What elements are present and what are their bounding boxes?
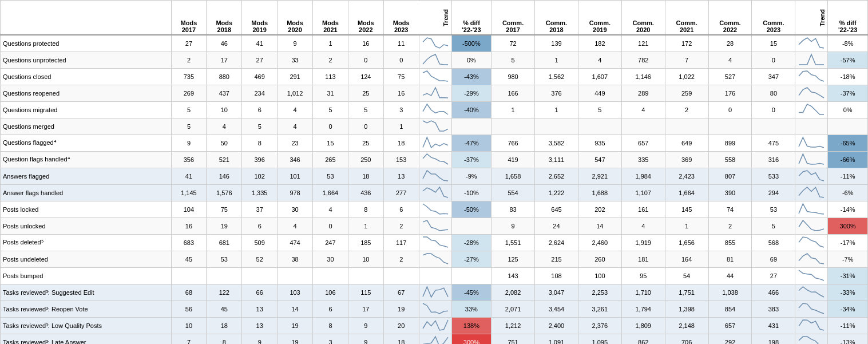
- mods-2020-cell: 23: [278, 135, 313, 151]
- comm-2023-cell: 294: [752, 184, 795, 201]
- comm-2018-cell: 645: [535, 201, 578, 218]
- mods-2021-cell: 247: [313, 234, 348, 251]
- mods-2021-cell: 1,664: [313, 184, 348, 201]
- comm-2018-cell: 108: [535, 267, 578, 284]
- pct1-cell: 300%: [451, 334, 491, 344]
- mods-2023-cell: 18: [383, 135, 419, 151]
- comm-2019-cell: 4: [578, 52, 621, 68]
- mods-2020-cell: [278, 267, 313, 284]
- mods-2023-cell: 1: [383, 118, 419, 135]
- mods-2021-cell: 1: [313, 35, 348, 52]
- mods-2021-cell: 2: [313, 52, 348, 68]
- trend2-header: Trend: [795, 1, 828, 35]
- comm-2021-cell: [665, 118, 708, 135]
- trend2-cell: [795, 135, 828, 151]
- pct2-cell: -65%: [828, 135, 868, 151]
- pct1-cell: -37%: [451, 151, 491, 168]
- comm-2023-cell: 431: [752, 317, 795, 334]
- mods-2021-cell: 53: [313, 168, 348, 184]
- comm-2019-cell: 1,095: [578, 334, 621, 344]
- action-cell: Questions closed: [1, 68, 172, 85]
- comm-2022-cell: 899: [708, 135, 752, 151]
- mods-2020-cell: 38: [278, 251, 313, 267]
- action-cell: Answers flagged: [1, 168, 172, 184]
- comm-2023-cell: 0: [752, 101, 795, 118]
- mods-2022-cell: 16: [348, 35, 383, 52]
- pct2-cell: -11%: [828, 317, 868, 334]
- action-cell: Tasks reviewed³: Late Answer: [1, 334, 172, 344]
- action-cell: Questions unprotected: [1, 52, 172, 68]
- mods-2018-cell: 1,576: [207, 184, 242, 201]
- pct1-cell: -43%: [451, 68, 491, 85]
- mods-2020-cell: 33: [278, 52, 313, 68]
- pct1-cell: 0%: [451, 52, 491, 68]
- comm-2018-cell: 1: [535, 52, 578, 68]
- comm-2022-cell: 4: [708, 52, 752, 68]
- pct2-cell: -57%: [828, 52, 868, 68]
- action-cell: Posts locked: [1, 201, 172, 218]
- mods-2022-cell: 1: [348, 218, 383, 234]
- comm-2022-cell: 807: [708, 168, 752, 184]
- header-row: Mods2017 Mods2018 Mods2019 Mods2020 Mods…: [1, 1, 868, 35]
- trend1-cell: [419, 135, 451, 151]
- comm-2017-cell: 1: [492, 101, 535, 118]
- mods-2021-cell: 0: [313, 118, 348, 135]
- comm-2022-cell: 176: [708, 85, 752, 101]
- comm-2020-cell: 95: [621, 267, 665, 284]
- comm-2022-cell: 28: [708, 35, 752, 52]
- trend2-cell: [795, 218, 828, 234]
- mods-2023-cell: 6: [383, 201, 419, 218]
- action-cell: Questions migrated: [1, 101, 172, 118]
- action-header: [1, 1, 172, 35]
- mods-2021-cell: 3: [313, 334, 348, 344]
- mods-2018-cell: 681: [207, 234, 242, 251]
- mods-2019-cell: 102: [242, 168, 278, 184]
- trend2-cell: [795, 201, 828, 218]
- mods-2017-cell: 10: [171, 317, 207, 334]
- comm-2023-cell: 475: [752, 135, 795, 151]
- comm-2018-cell: 2,652: [535, 168, 578, 184]
- comm-2020-cell: 121: [621, 35, 665, 52]
- comm-2020-cell: 161: [621, 201, 665, 218]
- comm-2017-cell: 5: [492, 52, 535, 68]
- mods-2019-cell: 5: [242, 118, 278, 135]
- mods-2020-cell: 1,012: [278, 85, 313, 101]
- mods-2023-cell: 75: [383, 68, 419, 85]
- comm-2022-cell: 74: [708, 201, 752, 218]
- trend2-cell: [795, 52, 828, 68]
- mods-2017-cell: 9: [171, 135, 207, 151]
- comm-2021-cell: 7: [665, 52, 708, 68]
- mods-2020-cell: 19: [278, 334, 313, 344]
- comm-2019-cell: 260: [578, 251, 621, 267]
- mods-2017-cell: 68: [171, 284, 207, 300]
- mods-2020-cell: 474: [278, 234, 313, 251]
- mods-2021-cell: [313, 267, 348, 284]
- mods-2020-cell: 4: [278, 118, 313, 135]
- comm-2023-header: Comm.2023: [752, 1, 795, 35]
- pct1-cell: -28%: [451, 234, 491, 251]
- mods-2019-cell: 9: [242, 334, 278, 344]
- trend1-cell: [419, 52, 451, 68]
- trend1-cell: [419, 85, 451, 101]
- mods-2018-cell: 18: [207, 317, 242, 334]
- pct1-cell: -9%: [451, 168, 491, 184]
- pct1-cell: [451, 118, 491, 135]
- comm-2023-cell: 533: [752, 168, 795, 184]
- comm-2020-cell: 1,107: [621, 184, 665, 201]
- trend2-cell: [795, 168, 828, 184]
- comm-2023-cell: 383: [752, 300, 795, 317]
- table-row: Tasks reviewed³: Late Answer789193918300…: [1, 334, 868, 344]
- comm-2023-cell: 316: [752, 151, 795, 168]
- trend2-cell: [795, 35, 828, 52]
- mods-2018-cell: 45: [207, 300, 242, 317]
- mods-2019-cell: 1,335: [242, 184, 278, 201]
- mods-2019-cell: 27: [242, 52, 278, 68]
- mods-2022-cell: 5: [348, 101, 383, 118]
- comm-2019-cell: 2,921: [578, 168, 621, 184]
- comm-2018-cell: 3,582: [535, 135, 578, 151]
- comm-2021-cell: 1,751: [665, 284, 708, 300]
- comm-2019-cell: 547: [578, 151, 621, 168]
- table-row: Questions unprotected21727332000%5147827…: [1, 52, 868, 68]
- mods-2023-header: Mods2023: [383, 1, 419, 35]
- pct2-header: % diff'22-'23: [828, 1, 868, 35]
